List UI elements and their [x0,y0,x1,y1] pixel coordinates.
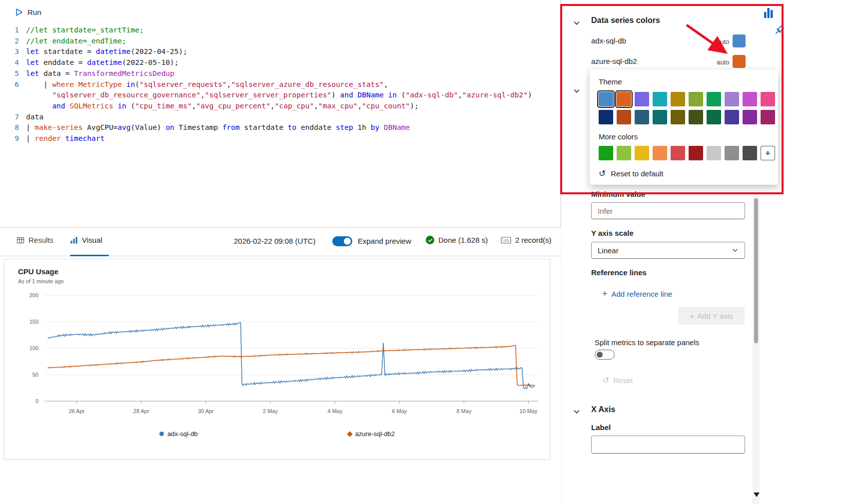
code-line[interactable]: 2//let enddate=_endTime; [0,36,560,47]
palette-color[interactable] [707,92,721,106]
palette-color[interactable] [725,92,739,106]
x-axis-label-input[interactable] [591,436,745,454]
palette-color[interactable] [599,92,613,106]
palette-color[interactable] [599,146,613,160]
code-line[interactable]: 7data [0,112,560,123]
line-number: 9 [0,133,26,144]
column-chart-icon[interactable] [764,6,774,19]
reset-label: Reset [613,376,633,385]
record-count-text: 2 record(s) [515,236,552,244]
add-reference-line-button[interactable]: + Add reference line [602,289,672,298]
legend-marker-diamond [347,431,352,437]
palette-color[interactable] [635,110,649,124]
legend-label: azure-sql-db2 [355,430,395,438]
legend-item-azure-sql-db2[interactable]: azure-sql-db2 [348,430,395,438]
minimum-value-input[interactable] [591,202,745,219]
plus-icon: + [690,312,695,320]
color-picker-popup: Theme More colors + ↺ Reset to default [590,69,778,185]
chevron-down-icon[interactable] [573,87,581,95]
tab-visual[interactable]: Visual [70,236,102,244]
palette-color[interactable] [689,92,703,106]
palette-color[interactable] [689,110,703,124]
palette-color[interactable] [635,92,649,106]
section-data-series-colors[interactable]: Data series colors [591,16,660,25]
add-custom-color-button[interactable]: + [761,146,775,160]
scrollbar-down-arrow[interactable] [754,493,760,497]
palette-color[interactable] [743,92,757,106]
chevron-down-icon[interactable] [573,408,581,416]
theme-color-grid [599,92,769,124]
palette-color[interactable] [725,146,739,160]
plus-icon: + [602,289,608,298]
palette-color[interactable] [599,110,613,124]
code-line[interactable]: 4let enddate = datetime(2022-05-10); [0,57,560,68]
code-line[interactable]: 8| make-series AvgCPU=avg(Value) on Time… [0,122,560,133]
pin-icon[interactable] [773,23,786,38]
reset-button[interactable]: ↺ Reset [602,376,633,385]
series-color-mode: auto [717,58,729,66]
code-text: //let enddate=_endTime; [26,36,560,47]
undo-icon: ↺ [599,169,606,178]
code-line[interactable]: and SQLMetrics in ("cpu_time_ms","avg_cp… [0,101,560,112]
palette-color[interactable] [707,146,721,160]
series-color-swatch-azure-sql-db2[interactable] [733,55,746,68]
chevron-down-icon[interactable] [573,19,581,27]
palette-color[interactable] [725,110,739,124]
timechart: 05010015020026 Apr28 Apr30 Apr2 May4 May… [4,287,550,429]
palette-color[interactable] [671,92,685,106]
undo-icon: ↺ [602,376,609,385]
code-line[interactable]: 1//let startdate=_startTime; [0,25,560,36]
line-number [0,90,26,101]
more-colors-grid: + [599,146,769,160]
records-icon: 123 [501,236,511,244]
palette-color[interactable] [635,146,649,160]
palette-color[interactable] [671,146,685,160]
palette-color[interactable] [653,92,667,106]
palette-color[interactable] [653,146,667,160]
palette-color[interactable] [617,110,631,124]
scrollbar-thumb[interactable] [754,198,758,343]
svg-text:0: 0 [35,398,38,404]
code-text: | make-series AvgCPU=avg(Value) on Times… [26,122,560,133]
x-axis-label-label: Label [591,423,611,432]
reset-to-default-button[interactable]: ↺ Reset to default [599,169,769,178]
run-button[interactable]: Run [15,8,41,16]
palette-color[interactable] [743,110,757,124]
line-number: 3 [0,46,26,57]
chevron-down-icon [732,247,739,254]
palette-color[interactable] [707,110,721,124]
table-grid-icon [16,236,24,244]
palette-color[interactable] [617,146,631,160]
expand-preview-toggle[interactable] [332,236,352,246]
add-y-axis-button[interactable]: + Add Y axis [678,307,745,325]
palette-color[interactable] [617,92,631,106]
code-text: and SQLMetrics in ("cpu_time_ms","avg_cp… [26,101,560,112]
svg-text:150: 150 [29,319,38,325]
code-line[interactable]: 9| render timechart [0,133,560,144]
palette-color[interactable] [761,92,775,106]
code-text: let enddate = datetime(2022-05-10); [26,57,560,68]
series-color-swatch-adx-sql-db[interactable] [733,34,746,47]
section-x-axis[interactable]: X Axis [591,405,615,414]
svg-text:2 May: 2 May [263,408,278,414]
palette-color[interactable] [743,146,757,160]
code-editor[interactable]: 1//let startdate=_startTime;2//let endda… [0,25,560,144]
legend-item-adx-sql-db[interactable]: adx-sql-db [159,430,198,438]
line-number [0,101,26,112]
legend-label: adx-sql-db [167,430,198,438]
code-line[interactable]: 6 | where MetricType in("sqlserver_reque… [0,79,560,90]
query-timestamp: 2026-02-22 09:08 (UTC) [234,237,315,245]
palette-color[interactable] [671,110,685,124]
code-line[interactable]: "sqlserver_db_resource_governance","sqls… [0,90,560,101]
y-axis-scale-dropdown[interactable]: Linear [591,242,745,259]
palette-color[interactable] [761,110,775,124]
code-line[interactable]: 3let startdate = datetime(2022-04-25); [0,46,560,57]
palette-color[interactable] [653,110,667,124]
tab-results[interactable]: Results [16,236,53,244]
palette-color[interactable] [689,146,703,160]
success-check-icon [426,236,434,244]
theme-label: Theme [599,77,769,86]
split-metrics-toggle[interactable] [595,350,615,360]
code-line[interactable]: 5let data = TransformedMetricsDedup [0,68,560,79]
chart-title: CPU Usage [18,267,58,276]
